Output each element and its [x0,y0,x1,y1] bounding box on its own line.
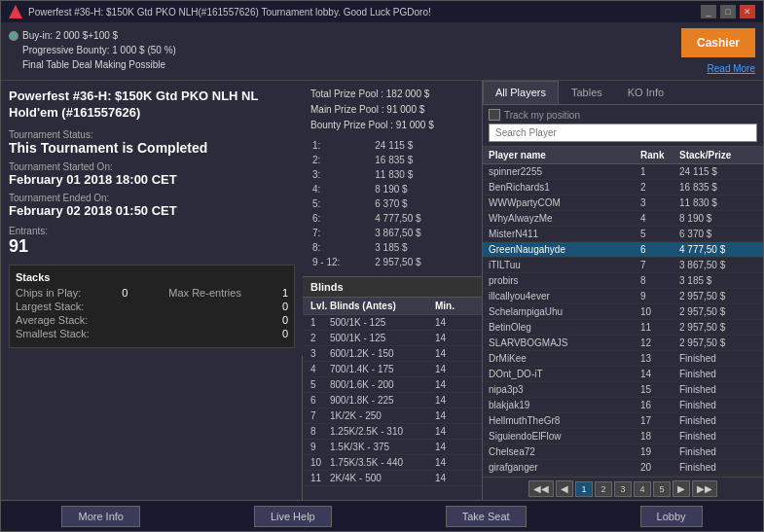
player-row[interactable]: BetinOleg112 957,50 $ [483,320,763,336]
blinds-col-min: Min. [435,301,474,311]
main-content: Powerfest #36-H: $150K Gtd PKO NLH NL Ho… [1,81,763,500]
started-value: February 01 2018 18:00 CET [9,172,295,187]
player-row[interactable]: BenRichards1216 835 $ [483,180,763,195]
player-stack: 16 835 $ [679,182,757,193]
blinds-list[interactable]: 1500/1K - 125142500/1K - 125143600/1.2K … [303,315,482,500]
prize-row: 4:8 190 $ [312,183,472,195]
player-rank: 19 [640,446,679,457]
player-col-stack: Stack/Prize [679,150,757,160]
cashier-button[interactable]: Cashier [681,28,755,57]
player-row[interactable]: probirs83 185 $ [483,273,763,289]
average-label: Average Stack: [16,314,88,326]
blinds-value: 1.75K/3.5K - 440 [330,457,435,468]
prize-bounty: Bounty Prize Pool : 91 000 $ [310,118,474,133]
pagination-first[interactable]: ◀◀ [528,480,554,497]
status-value: This Tournament is Completed [9,140,295,156]
stacks-title: Stacks [16,271,288,283]
page-4[interactable]: 4 [634,481,651,497]
tab-ko-info[interactable]: KO Info [615,81,676,104]
player-controls: Track my position [483,105,763,147]
player-stack: 11 830 $ [679,197,757,208]
right-panel: All Players Tables KO Info Track my posi… [483,81,763,500]
largest-row: Largest Stack: 0 [16,301,288,312]
player-stack: 2 957,50 $ [679,337,757,348]
player-row[interactable]: DOnt_DO-iT14Finished [483,367,763,382]
player-row[interactable]: GreenNaugahyde64 777,50 $ [483,242,763,258]
pagination-last[interactable]: ▶▶ [692,480,717,497]
player-row[interactable]: nipa3p315Finished [483,382,763,398]
lobby-button[interactable]: Lobby [640,506,703,527]
pagination-prev[interactable]: ◀ [556,480,573,497]
ended-value: February 02 2018 01:50 CET [9,203,295,218]
blinds-container: 1500/1K - 125142500/1K - 125143600/1.2K … [303,315,482,500]
blinds-row: 5800/1.6K - 20014 [303,377,482,393]
player-row[interactable]: illcallyou4ever92 957,50 $ [483,289,763,304]
player-stack: 2 957,50 $ [679,322,757,333]
prize-row: 3:11 830 $ [312,168,472,181]
track-checkbox[interactable] [489,109,500,121]
player-rank: 7 [640,260,679,270]
blinds-col-blinds: Blinds (Antes) [330,301,435,311]
page-1[interactable]: 1 [575,481,593,497]
close-button[interactable]: ✕ [740,5,755,18]
player-name: DOnt_DO-iT [489,369,640,379]
blinds-lvl: 11 [310,473,330,483]
player-row[interactable]: spinner2255124 115 $ [483,164,763,180]
blinds-title: Blinds [303,277,482,298]
search-input[interactable] [489,124,757,142]
player-row[interactable]: blakjak1916Finished [483,398,763,413]
player-name: SchelampigaUhu [489,306,640,317]
tourney-info: Powerfest #36-H: $150K Gtd PKO NLH NL Ho… [1,81,303,356]
prize-row: 5:6 370 $ [312,197,472,210]
player-row[interactable]: iTILTuu73 867,50 $ [483,258,763,273]
largest-label: Largest Stack: [16,301,84,312]
blinds-value: 2K/4K - 500 [330,473,435,483]
blinds-value: 1K/2K - 250 [330,410,435,421]
blinds-row: 1500/1K - 12514 [303,315,482,331]
read-more-link[interactable]: Read More [708,63,755,74]
player-row[interactable]: Chelsea7219Finished [483,444,763,460]
take-seat-button[interactable]: Take Seat [446,506,527,527]
minimize-button[interactable]: _ [701,5,716,18]
player-row[interactable]: WhyAlwayzMe48 190 $ [483,211,763,227]
more-info-button[interactable]: More Info [61,506,139,527]
left-panel: Powerfest #36-H: $150K Gtd PKO NLH NL Ho… [1,81,303,500]
buyin-info: Buy-in: 2 000 $+100 $ Progressive Bounty… [9,28,176,72]
page-2[interactable]: 2 [595,481,612,497]
player-row[interactable]: HellmuthTheGr817Finished [483,413,763,429]
player-stack: Finished [679,462,757,473]
tab-tables[interactable]: Tables [559,81,615,104]
player-rank: 12 [640,337,679,348]
prize-place: 6: [312,212,367,225]
player-name: SiguiendoElFlow [489,431,640,442]
player-row[interactable]: SiguiendoElFlow18Finished [483,429,763,444]
player-stack: Finished [679,415,757,426]
pagination-next[interactable]: ▶ [673,480,690,497]
player-row[interactable]: SLARVBOGMAJS122 957,50 $ [483,336,763,351]
player-row[interactable]: WWWpartyCOM311 830 $ [483,195,763,211]
prize-box: Total Prize Pool : 182 000 $ Main Prize … [303,81,482,277]
player-rank: 5 [640,229,679,239]
player-stack: Finished [679,369,757,379]
blinds-lvl: 6 [310,395,330,406]
player-row[interactable]: SchelampigaUhu102 957,50 $ [483,304,763,320]
player-header: Player name Rank Stack/Prize [483,147,763,164]
blinds-lvl: 4 [310,364,330,374]
blinds-row: 6900/1.8K - 22514 [303,393,482,408]
player-row[interactable]: MisterN41156 370 $ [483,227,763,242]
tab-all-players[interactable]: All Players [483,81,559,104]
page-5[interactable]: 5 [653,481,671,497]
player-name: spinner2255 [489,166,640,177]
page-3[interactable]: 3 [614,481,632,497]
player-name: Chelsea72 [489,446,640,457]
player-stack: 2 957,50 $ [679,291,757,301]
player-row[interactable]: DrMiKee13Finished [483,351,763,367]
top-header: Buy-in: 2 000 $+100 $ Progressive Bounty… [1,22,763,81]
maximize-button[interactable]: □ [720,5,736,18]
prize-amount: 24 115 $ [369,139,472,152]
player-row[interactable]: girafganger20Finished [483,460,763,476]
blinds-value: 500/1K - 125 [330,333,435,343]
live-help-button[interactable]: Live Help [254,506,332,527]
title-bar-left: Powerfest #36-H: $150K Gtd PKO NLH(#1615… [9,5,431,18]
chips-row: Chips in Play: 0 Max Re-entries 1 [16,287,288,299]
